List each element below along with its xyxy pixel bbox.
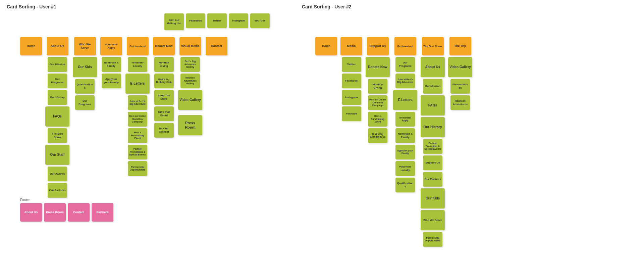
card-our-programs-2[interactable]: Our Programs xyxy=(75,95,95,110)
card-nominate-apply[interactable]: Nominate/ Apply xyxy=(100,37,122,55)
card-adventure-gallery-1[interactable]: Bert's Big Adventure Gallery xyxy=(180,57,200,72)
card-press-room-1[interactable]: Press Room xyxy=(178,115,202,135)
u2-col-bert-show: The Bert Show About Us Our Mission FAQs … xyxy=(421,37,445,247)
card-our-partners-1[interactable]: Our Partners xyxy=(48,183,67,198)
u2-card-our-mission[interactable]: Our Mission xyxy=(423,79,442,94)
card-twitter-top[interactable]: Twitter xyxy=(207,13,227,28)
card-visual-media[interactable]: Visual Media xyxy=(179,37,201,55)
card-nominate-family-1[interactable]: Nominate a Family xyxy=(102,57,121,72)
card-our-awards[interactable]: Our Awards xyxy=(48,167,67,181)
card-monthly-giving-1[interactable]: Monthly Giving xyxy=(154,57,174,72)
u2-card-about-us[interactable]: About Us xyxy=(421,57,445,77)
col-donate-now: Donate Now Monthly Giving Bert's Big Bir… xyxy=(153,37,175,138)
u2-card-who-we-serve[interactable]: Who We Serve xyxy=(421,210,445,230)
user1-top-row: Join our Mailing List Facebook Twitter I… xyxy=(164,13,270,30)
card-shop-store-1[interactable]: Shop The Store xyxy=(154,90,174,105)
u2-card-our-programs[interactable]: Our Programs xyxy=(395,57,415,72)
col-visual-media: Visual Media Bert's Big Adventure Galler… xyxy=(178,37,202,135)
u2-card-reunion-adventures[interactable]: Reunion Adventures xyxy=(450,95,470,110)
footer-items: About Us Press Room Contact Partners xyxy=(20,203,113,222)
card-about-us[interactable]: About Us xyxy=(47,37,68,55)
u2-col-the-trip: The Trip Video Gallery Photos/Videos Reu… xyxy=(448,37,472,110)
u2-card-nominate-family[interactable]: Nominate a Family xyxy=(395,128,415,143)
u2-card-nominate-apply[interactable]: Nominate/ Apply xyxy=(395,112,415,127)
u2-card-facebook[interactable]: Facebook xyxy=(342,74,361,88)
u2-card-our-kids[interactable]: Our Kids xyxy=(421,188,445,208)
footer-about-us[interactable]: About Us xyxy=(20,203,42,222)
u2-col-get-involved: Get Involved Our Programs Jobs at Bert's… xyxy=(393,37,417,192)
card-birthday-club-1[interactable]: Bert's Big Birthday Club xyxy=(154,74,174,88)
u2-card-eletters[interactable]: E-Letters xyxy=(393,90,417,110)
u2-card-jobs[interactable]: Jobs at Bert's Big Adventure xyxy=(395,74,415,88)
card-who-we-serve[interactable]: Who We Serve xyxy=(74,37,96,55)
card-our-kids-1[interactable]: Our Kids xyxy=(73,57,97,77)
footer-partners[interactable]: Partners xyxy=(92,203,113,222)
card-gifts-count-1[interactable]: Gifts that Count xyxy=(154,106,174,121)
u2-card-our-history[interactable]: Our History xyxy=(421,117,445,137)
card-online-donation-1[interactable]: Host an Online Donation Campaign xyxy=(128,112,147,127)
card-facebook-top[interactable]: Facebook xyxy=(186,13,205,28)
u2-card-online-donation[interactable]: Host an Online Donation Campaign xyxy=(368,95,387,110)
card-volunteer-locally-1[interactable]: Volunteer Locally xyxy=(128,57,147,72)
card-contact[interactable]: Contact xyxy=(206,37,227,55)
card-jobs-1[interactable]: Jobs at Bert's Big Adventure xyxy=(128,95,147,110)
card-donate-now[interactable]: Donate Now xyxy=(153,37,175,55)
user1-title: Card Sorting - User #1 xyxy=(7,4,56,9)
card-partner-promotions-1[interactable]: Partner Promotions & Special Events xyxy=(128,145,147,159)
u2-card-partnership-opp[interactable]: Partnership Opportunities xyxy=(423,232,442,247)
u2-card-faqs[interactable]: FAQs xyxy=(421,95,445,115)
u2-card-bert-show[interactable]: The Bert Show xyxy=(422,37,444,55)
card-eletters-1[interactable]: E-Letters xyxy=(125,74,150,94)
card-instagram-top[interactable]: Instagram xyxy=(229,13,248,28)
u2-col-home: Home xyxy=(315,37,337,55)
u2-card-qualifications[interactable]: Qualifications xyxy=(395,178,415,192)
u2-card-youtube[interactable]: YouTube xyxy=(342,106,361,121)
card-inkind-1[interactable]: In-Kind Wishlist xyxy=(154,123,174,138)
card-qualifications-1[interactable]: Qualifications xyxy=(75,79,95,94)
u2-card-instagram[interactable]: Instagram xyxy=(342,90,361,105)
u2-card-video-gallery[interactable]: Video Gallery xyxy=(448,57,472,77)
card-get-involved[interactable]: Get Involved xyxy=(127,37,149,55)
col-about-us: About Us Our Mission Our Programs Our Hi… xyxy=(45,37,69,198)
u2-card-media[interactable]: Media xyxy=(340,37,362,55)
u2-card-photos-videos[interactable]: Photos/Videos xyxy=(450,79,470,94)
card-video-gallery-1[interactable]: Video Gallery xyxy=(178,90,202,110)
u2-card-birthday-club[interactable]: Bert's Big Birthday Club xyxy=(368,128,387,143)
u2-card-volunteer-locally[interactable]: Volunteer Locally xyxy=(395,161,415,176)
user1-nav: Home About Us Our Mission Our Programs O… xyxy=(20,37,227,198)
u2-card-twitter[interactable]: Twitter xyxy=(342,57,361,72)
footer-contact[interactable]: Contact xyxy=(68,203,90,222)
u2-card-apply-family[interactable]: Apply for your Family xyxy=(395,145,415,159)
u2-card-support-us-sub[interactable]: Support Us xyxy=(423,155,442,170)
u2-card-donate-now[interactable]: Donate Now xyxy=(366,57,390,77)
u2-col-media: Media Twitter Facebook Instagram YouTube xyxy=(340,37,362,121)
u2-card-get-involved[interactable]: Get Involved xyxy=(394,37,416,55)
col-contact: Contact xyxy=(206,37,227,55)
card-home[interactable]: Home xyxy=(20,37,42,55)
col-nominate-apply: Nominate/ Apply Nominate a Family Apply … xyxy=(100,37,122,88)
card-youtube-top[interactable]: YouTube xyxy=(250,13,270,28)
card-our-history[interactable]: Our History xyxy=(48,90,67,105)
card-reunion-gallery-1[interactable]: Reunion Adventures Gallery xyxy=(180,74,200,88)
u2-card-fundraising-event[interactable]: Host a Fundraising Event xyxy=(368,112,387,127)
u2-card-our-partners[interactable]: Our Partners xyxy=(423,172,442,187)
u2-card-partner-promo[interactable]: Partner Promotion & Special Events xyxy=(423,139,442,154)
u2-card-monthly-giving[interactable]: Monthly Giving xyxy=(368,79,387,94)
card-our-mission[interactable]: Our Mission xyxy=(48,57,67,72)
user1-footer-section: Footer About Us Press Room Contact Partn… xyxy=(20,198,113,222)
col-who-we-serve: Who We Serve Our Kids Qualifications Our… xyxy=(73,37,97,110)
card-join-mailing[interactable]: Join our Mailing List xyxy=(164,13,184,30)
u2-card-support-us[interactable]: Support Us xyxy=(367,37,389,55)
u2-card-the-trip[interactable]: The Trip xyxy=(449,37,471,55)
card-bert-show-1[interactable]: The Bert Show xyxy=(48,128,67,143)
card-partnership-opp-1[interactable]: Partnership Opportunities xyxy=(128,161,147,176)
u2-card-home[interactable]: Home xyxy=(315,37,337,55)
card-fundraising-event-1[interactable]: Host a Fundraising Event xyxy=(128,128,147,143)
card-our-staff[interactable]: Our Staff xyxy=(45,145,69,165)
footer-press-room[interactable]: Press Room xyxy=(44,203,66,222)
card-faqs[interactable]: FAQs xyxy=(45,106,69,127)
card-apply-family-1[interactable]: Apply for your Family xyxy=(102,74,121,88)
user2-title: Card Sorting - User #2 xyxy=(302,4,352,9)
card-our-programs-1[interactable]: Our Programs xyxy=(48,74,67,88)
col-get-involved: Get Involved Volunteer Locally E-Letters… xyxy=(125,37,150,176)
